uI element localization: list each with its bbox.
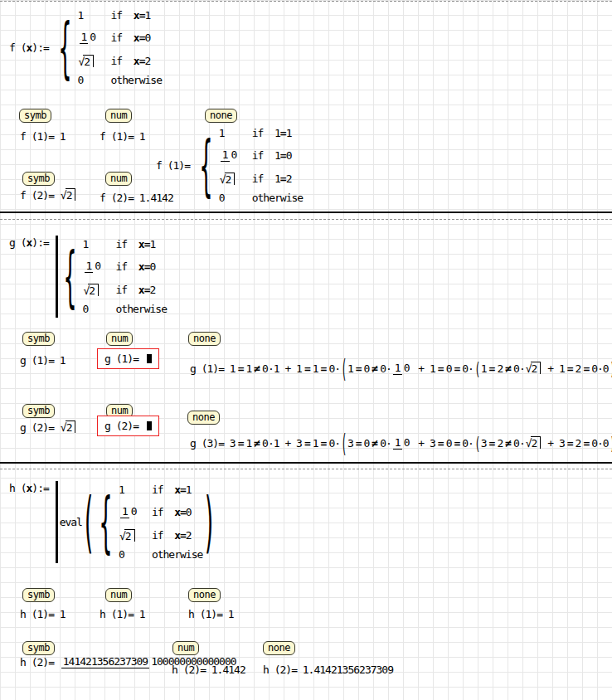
h-piecewise-rows: 1if x=1 10if x=0 √2if x=2 0otherwise: [119, 481, 202, 563]
case-value: 10: [83, 260, 116, 273]
case-condition: if x=2: [116, 284, 156, 296]
tag-num[interactable]: num: [105, 588, 132, 602]
h-def-lhs: h (x):=: [9, 482, 55, 494]
case-value: 0: [78, 74, 111, 86]
f-def-lhs: f (x):=: [9, 41, 55, 54]
piecewise-row: 1if 1=1: [219, 124, 303, 142]
h1-none-result[interactable]: h (1)= 1: [188, 608, 234, 620]
case-condition: otherwise: [252, 192, 303, 204]
tag-symb[interactable]: symb: [22, 641, 55, 655]
left-paren-icon: (: [85, 483, 93, 561]
worksheet-grid: [0, 0, 612, 700]
f2-symb-result[interactable]: f (2)= √2: [20, 188, 76, 202]
right-paren-icon: ): [205, 483, 213, 561]
h-eval-group: eval ( { 1if x=1 10if x=0 √2if x=2 0othe…: [60, 481, 216, 563]
case-condition: if x=0: [152, 506, 192, 518]
f-definition[interactable]: f (x):= { 1if x=1 10if x=0 √2if x=2 0oth…: [9, 7, 162, 89]
tag-none[interactable]: none: [187, 411, 220, 425]
tag-none[interactable]: none: [205, 109, 237, 123]
left-curly-brace-icon: {: [58, 8, 71, 87]
piecewise-row: 10if x=0: [83, 253, 167, 280]
case-condition: if 1=1: [252, 127, 292, 139]
line-operator-bar: [56, 481, 58, 563]
f2-num-result[interactable]: f (2)= 1.4142: [100, 192, 173, 204]
f1-none-result[interactable]: f (1)= { 1if 1=1 10if 1=0 √2if 1=2 0othe…: [156, 124, 303, 207]
g2-num-error-box[interactable]: g (2)=: [97, 416, 159, 436]
tag-num[interactable]: num: [172, 641, 199, 655]
case-condition: if x=1: [111, 9, 151, 22]
case-value: 10: [119, 505, 152, 518]
case-value: √2: [78, 55, 111, 68]
g1-symb-result[interactable]: g (1)= 1: [20, 354, 66, 367]
case-condition: if x=2: [152, 529, 192, 542]
section-divider-line: [0, 211, 612, 213]
piecewise-row: 10if x=0: [119, 498, 202, 525]
case-value: 10: [219, 148, 252, 162]
tag-none[interactable]: none: [188, 332, 221, 346]
g2-num-error-expr: g (2)=: [104, 420, 152, 432]
piecewise-row: 0otherwise: [83, 300, 167, 318]
h1-symb-result[interactable]: h (1)= 1: [20, 608, 66, 620]
piecewise-row: 1if x=1: [119, 481, 202, 498]
page-break-dashed-line: [0, 1, 612, 2]
case-condition: if x=1: [152, 484, 192, 496]
g1-num-error-expr: g (1)=: [104, 352, 152, 365]
tag-num[interactable]: num: [106, 332, 133, 346]
h1-num-result[interactable]: h (1)= 1: [100, 608, 145, 620]
case-value: 1: [83, 238, 116, 250]
case-value: √2: [219, 173, 252, 186]
tag-symb[interactable]: symb: [22, 172, 55, 186]
tag-symb[interactable]: symb: [22, 588, 55, 602]
left-curly-brace-icon: {: [199, 126, 212, 205]
g1-num-error-box[interactable]: g (1)=: [97, 348, 159, 369]
case-value: √2: [83, 284, 116, 297]
eval-function-name: eval: [60, 516, 82, 528]
piecewise-row: √2if x=2: [119, 525, 202, 546]
piecewise-row: 0otherwise: [78, 71, 162, 89]
tag-none[interactable]: none: [188, 588, 221, 602]
case-condition: if 1=2: [252, 173, 292, 185]
case-value: 1: [78, 9, 111, 22]
case-condition: if 1=0: [252, 149, 292, 162]
h-definition[interactable]: h (x):= eval ( { 1if x=1 10if x=0 √2if x…: [9, 481, 216, 563]
case-value: √2: [119, 529, 152, 542]
f1-num-result[interactable]: f (1)= 1: [100, 130, 145, 143]
case-condition: if x=1: [116, 238, 156, 250]
g2-symb-result[interactable]: g (2)= √2: [20, 420, 76, 434]
case-condition: otherwise: [111, 74, 162, 86]
case-condition: otherwise: [152, 548, 202, 561]
g3-none-result[interactable]: g (3)= 3=1≠0·1 + 3=1=0·(3=0≠0·10 + 3=0=0…: [190, 426, 612, 459]
tag-symb[interactable]: symb: [22, 404, 55, 418]
tag-symb[interactable]: symb: [19, 109, 51, 123]
h2-none-result[interactable]: h (2)= 1.41421356237309: [263, 664, 393, 676]
piecewise-row: 0otherwise: [119, 546, 202, 563]
case-value: 0: [119, 548, 152, 561]
tag-symb[interactable]: symb: [22, 332, 55, 346]
f1-symb-result[interactable]: f (1)= 1: [20, 130, 66, 143]
f1-none-piecewise-rows: 1if 1=1 10if 1=0 √2if 1=2 0otherwise: [219, 124, 303, 207]
case-value: 10: [78, 31, 111, 44]
case-value: 0: [83, 303, 116, 315]
g3-none-expr: g (3)= 3=1≠0·1 + 3=1=0·(3=0≠0·10 + 3=0=0…: [190, 436, 612, 450]
piecewise-row: 1if x=1: [78, 7, 162, 24]
g1-none-expr: g (1)= 1=1≠0·1 + 1=1=0·(1=0≠0·10 + 1=0=0…: [190, 362, 612, 375]
case-condition: if x=2: [111, 55, 151, 67]
case-value: 0: [219, 192, 252, 204]
f1-none-lhs: f (1)=: [156, 159, 196, 172]
tag-num[interactable]: num: [105, 109, 132, 123]
tag-none[interactable]: none: [263, 641, 295, 655]
case-condition: if x=0: [111, 32, 151, 44]
f-piecewise-rows: 1if x=1 10if x=0 √2if x=2 0otherwise: [78, 7, 162, 89]
case-condition: if x=0: [116, 260, 156, 273]
left-curly-brace-icon: {: [63, 237, 76, 316]
g1-none-result[interactable]: g (1)= 1=1≠0·1 + 1=1=0·(1=0≠0·10 + 1=0=0…: [190, 352, 612, 385]
piecewise-row: 1if x=1: [83, 236, 167, 253]
left-curly-brace-icon: {: [99, 483, 112, 561]
section-divider-line: [0, 462, 612, 464]
g-definition[interactable]: g (x):= { 1if x=1 10if x=0 √2if x=2 0oth…: [9, 236, 167, 318]
h2-num-result[interactable]: h (2)= 1.4142: [172, 664, 245, 676]
piecewise-row: 10if 1=0: [219, 142, 303, 168]
tag-num[interactable]: num: [105, 172, 132, 186]
piecewise-row: √2if x=2: [83, 280, 167, 300]
page-break-dashed-line: [0, 219, 612, 220]
